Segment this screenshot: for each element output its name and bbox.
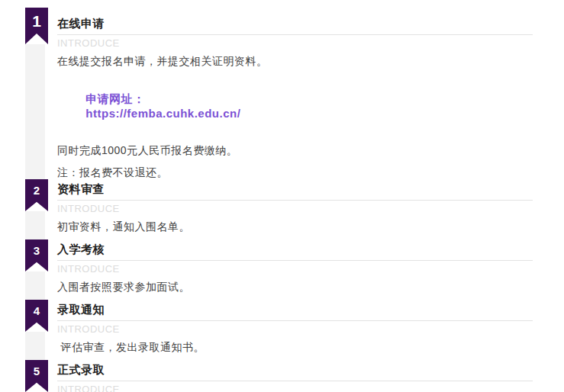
step-number-badge: 5 <box>25 360 48 392</box>
step-title: 录取通知 <box>57 303 533 316</box>
step-title: 入学考核 <box>57 243 533 256</box>
step-badge-column: 1 <box>25 8 48 179</box>
step-description: 入围者按照要求参加面试。 <box>57 281 533 294</box>
step-header: 入学考核 <box>57 243 533 261</box>
step-description: 初审资料，通知入围名单。 <box>57 220 533 233</box>
step-badge-column: 4 <box>25 300 48 360</box>
step-badge-column: 5 <box>25 360 48 392</box>
step-intro-label: INTRODUCE <box>57 203 533 214</box>
step-number-badge: 1 <box>25 8 48 44</box>
step-connector <box>25 211 45 239</box>
step-connector <box>25 332 45 360</box>
step-content: 资料审查 INTRODUCE 初审资料，通知入围名单。 <box>48 179 564 239</box>
application-process-page: 1 在线申请 INTRODUCE 在线提交报名申请，并提交相关证明资料。 申请网… <box>0 0 564 392</box>
step-description: 评估审查，发出录取通知书。 <box>57 341 533 354</box>
step-intro-label: INTRODUCE <box>57 37 533 49</box>
step-connector <box>25 44 45 179</box>
step-connector <box>25 272 45 300</box>
step-badge-column: 2 <box>25 179 48 239</box>
application-url-label: 申请网址： <box>85 92 145 105</box>
step-intro-label: INTRODUCE <box>57 384 533 392</box>
step-item-2: 2 资料审查 INTRODUCE 初审资料，通知入围名单。 <box>25 179 564 239</box>
step-number-badge: 2 <box>25 179 48 211</box>
step-content: 入学考核 INTRODUCE 入围者按照要求参加面试。 <box>48 239 564 300</box>
step-content: 在线申请 INTRODUCE 在线提交报名申请，并提交相关证明资料。 申请网址：… <box>48 8 564 179</box>
step-item-4: 4 录取通知 INTRODUCE 评估审查，发出录取通知书。 <box>25 300 564 360</box>
step-intro-label: INTRODUCE <box>57 323 533 335</box>
step-number: 3 <box>34 244 40 257</box>
step-number: 2 <box>34 184 40 197</box>
step-intro-label: INTRODUCE <box>57 263 533 275</box>
step-title: 在线申请 <box>57 17 533 31</box>
step-header: 资料审查 <box>57 182 533 201</box>
step-number: 1 <box>32 12 41 30</box>
step-header: 正式录取 <box>57 363 533 381</box>
step-header: 在线申请 <box>57 17 533 35</box>
application-url-line: 申请网址： https://femba.cuhk.edu.cn/ <box>57 77 533 135</box>
step-description: 在线提交报名申请，并提交相关证明资料。 <box>57 55 533 68</box>
step-header: 录取通知 <box>57 303 533 321</box>
step-title: 正式录取 <box>57 363 533 377</box>
step-item-1: 1 在线申请 INTRODUCE 在线提交报名申请，并提交相关证明资料。 申请网… <box>25 8 564 179</box>
step-content: 录取通知 INTRODUCE 评估审查，发出录取通知书。 <box>48 300 564 360</box>
step-item-3: 3 入学考核 INTRODUCE 入围者按照要求参加面试。 <box>25 239 564 300</box>
step-content: 正式录取 INTRODUCE 确认入学，缴纳学费。 2021年9月正式开学。 <box>48 360 564 392</box>
step-number-badge: 4 <box>25 300 48 332</box>
step-number: 4 <box>34 304 40 317</box>
step-number: 5 <box>34 365 40 378</box>
application-url-link[interactable]: https://femba.cuhk.edu.cn/ <box>85 107 240 120</box>
step-number-badge: 3 <box>25 239 48 272</box>
step-title: 资料审查 <box>57 182 533 196</box>
step-description: 注：报名费不设退还。 <box>57 166 533 179</box>
step-badge-column: 3 <box>25 239 48 300</box>
step-description: 同时完成1000元人民币报名费缴纳。 <box>57 144 533 157</box>
step-item-5: 5 正式录取 INTRODUCE 确认入学，缴纳学费。 2021年9月正式开学。 <box>25 360 564 392</box>
